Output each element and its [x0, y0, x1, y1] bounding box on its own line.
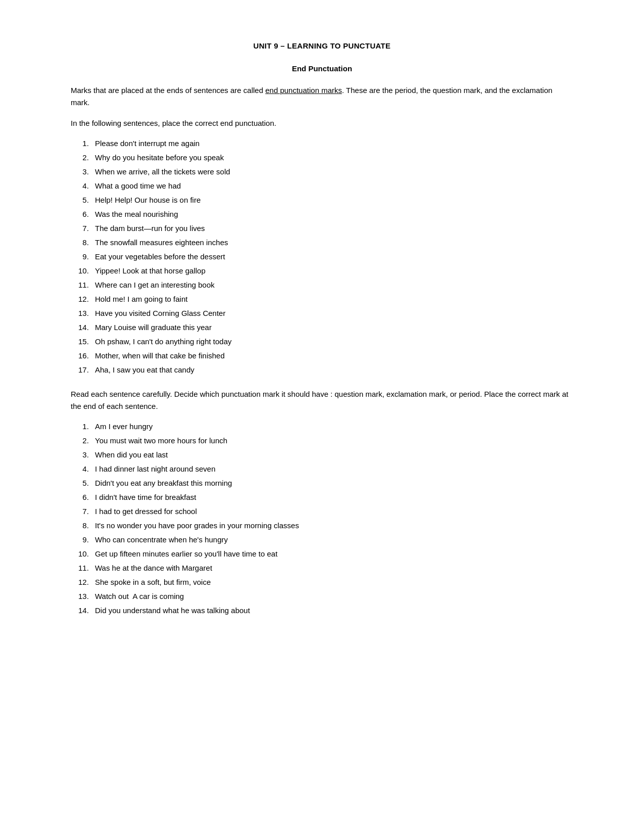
- page-title: UNIT 9 – LEARNING TO PUNCTUATE: [71, 40, 573, 52]
- list-item: When did you eat last: [91, 449, 573, 461]
- list-item: The dam burst—run for you lives: [91, 222, 573, 235]
- section1-list: Please don't interrupt me again Why do y…: [91, 137, 573, 376]
- list-item: I had to get dressed for school: [91, 505, 573, 518]
- list-item: Eat your vegetables before the dessert: [91, 251, 573, 263]
- list-item: Am I ever hungry: [91, 421, 573, 433]
- list-item: Yippee! Look at that horse gallop: [91, 265, 573, 277]
- list-item: Have you visited Corning Glass Center: [91, 307, 573, 319]
- list-item: Aha, I saw you eat that candy: [91, 364, 573, 376]
- list-item: Who can concentrate when he's hungry: [91, 534, 573, 546]
- list-item: Mary Louise will graduate this year: [91, 321, 573, 334]
- list-item: I didn't have time for breakfast: [91, 491, 573, 503]
- list-item: I had dinner last night around seven: [91, 463, 573, 475]
- list-item: Did you understand what he was talking a…: [91, 605, 573, 617]
- list-item: The snowfall measures eighteen inches: [91, 237, 573, 249]
- section2-list: Am I ever hungry You must wait two more …: [91, 421, 573, 617]
- list-item: It's no wonder you have poor grades in y…: [91, 520, 573, 532]
- page-container: UNIT 9 – LEARNING TO PUNCTUATE End Punct…: [71, 40, 573, 617]
- list-item: Hold me! I am going to faint: [91, 293, 573, 305]
- list-item: Was he at the dance with Margaret: [91, 562, 573, 574]
- list-item: When we arrive, all the tickets were sol…: [91, 166, 573, 178]
- list-item: Why do you hesitate before you speak: [91, 152, 573, 164]
- list-item: Please don't interrupt me again: [91, 137, 573, 150]
- list-item: You must wait two more hours for lunch: [91, 435, 573, 447]
- list-item: She spoke in a soft, but firm, voice: [91, 576, 573, 588]
- list-item: Mother, when will that cake be finished: [91, 350, 573, 362]
- list-item: Get up fifteen minutes earlier so you'll…: [91, 548, 573, 560]
- section1-instruction: In the following sentences, place the co…: [71, 118, 573, 129]
- list-item: Didn't you eat any breakfast this mornin…: [91, 477, 573, 489]
- intro-paragraph: Marks that are placed at the ends of sen…: [71, 84, 573, 109]
- section2-instruction: Read each sentence carefully. Decide whi…: [71, 388, 573, 412]
- list-item: Watch out A car is coming: [91, 590, 573, 603]
- list-item: Where can I get an interesting book: [91, 279, 573, 291]
- list-item: Was the meal nourishing: [91, 208, 573, 220]
- underlined-phrase: end punctuation marks: [265, 86, 342, 95]
- list-item: What a good time we had: [91, 180, 573, 192]
- section-subtitle: End Punctuation: [71, 63, 573, 75]
- list-item: Help! Help! Our house is on fire: [91, 194, 573, 206]
- list-item: Oh pshaw, I can't do anything right toda…: [91, 336, 573, 348]
